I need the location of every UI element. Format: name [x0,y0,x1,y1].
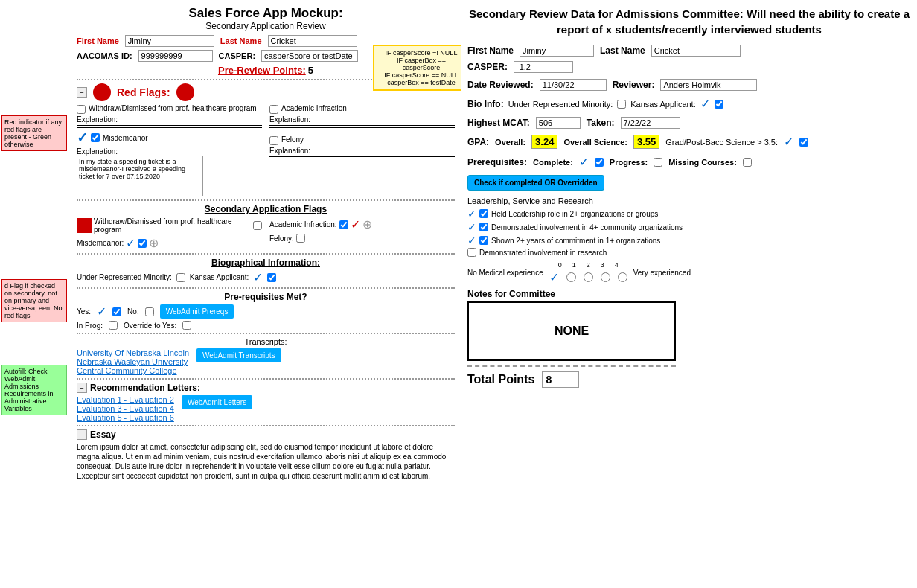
academic2-checkbox[interactable] [339,220,348,229]
date-reviewed-label: Date Reviewed: [467,80,534,90]
slider-3: 3 [601,261,604,269]
nwu-link[interactable]: Nebraska Wasleyan University [77,357,189,366]
webadmit-transcripts-btn[interactable]: WebAdmit Transcripts [196,348,281,362]
missing-checkbox[interactable] [743,158,752,167]
webadmit-letters-btn[interactable]: WebAdmit Letters [182,395,252,409]
bio-info-right-label: Bio Info: [467,99,504,109]
slider-4: 4 [615,261,619,269]
plus-circle-1[interactable]: ⊕ [362,217,372,231]
med-radio-4[interactable] [618,272,627,282]
kansas-checkbox[interactable] [267,273,276,282]
red-flags-title: Red Flags: [117,86,170,98]
under-rep-right-checkbox[interactable] [617,100,626,109]
eval3[interactable]: Evaluation 5 - Evaluation 6 [77,413,174,422]
progress-checkbox[interactable] [654,158,662,167]
kansas-right-label: Kansas Applicant: [630,100,695,109]
explanation-label-3: Explanation: [269,115,455,124]
minus-btn-1[interactable]: − [77,87,87,98]
complete-checkbox[interactable] [595,158,604,167]
science-value: 3.55 [633,135,659,149]
aacomas-label: AACOMAS ID: [77,51,132,60]
right-last-name-input[interactable] [651,45,741,57]
withdraw-checkbox[interactable] [77,105,86,114]
felony-checkbox[interactable] [269,136,278,145]
lead-checkbox-3[interactable] [479,236,488,245]
under-rep-checkbox[interactable] [176,273,185,282]
med-radio-2[interactable] [584,272,593,282]
complete-check: ✓ [579,155,589,169]
left-subtitle: Secondary Application Review [77,21,455,31]
reviewer-input[interactable] [660,79,757,91]
unl-link[interactable]: University Of Nebraska Lincoln [77,348,189,357]
lead-checkbox-1[interactable] [479,209,488,218]
casper-input[interactable] [261,50,358,62]
med-radio-1[interactable] [566,272,576,282]
last-name-input[interactable] [268,35,357,47]
eval2[interactable]: Evaluation 3 - Evaluation 4 [77,404,174,413]
misdemeanor2-label: Misdemeanor: [77,239,124,247]
total-points-input[interactable] [542,371,579,388]
prereq-title: Pre-requisites Met? [77,292,455,302]
lead-checkbox-4[interactable] [467,248,476,257]
rec-letters-title: Recommendation Letters: [90,383,200,393]
ccc-link[interactable]: Central Community College [77,366,189,375]
right-last-name-label: Last Name [600,45,645,56]
first-name-label: First Name [77,36,119,45]
in-prog-checkbox[interactable] [109,321,118,330]
progress-label: Progress: [610,158,648,167]
yes-label: Yes: [77,307,91,316]
gpa-label: GPA: [467,137,489,147]
mcat-input[interactable] [536,117,581,129]
kansas-right-checkbox[interactable] [715,100,723,109]
eval1[interactable]: Evaluation 1 - Evaluation 2 [77,395,174,404]
lead-checkbox-2[interactable] [479,223,488,231]
webadmit-prereqs-btn[interactable]: WebAdmit Prereqs [160,304,234,319]
leadership-title: Leadership, Service and Research [467,196,911,205]
circle-btn[interactable]: ⊕ [149,236,159,250]
lead-item-1: Held Leadership role in 2+ organizations… [491,210,658,218]
misdemeanor-checkbox[interactable] [91,133,100,142]
right-first-name-input[interactable] [520,45,594,57]
aacomas-input[interactable] [138,50,213,62]
no-label: No: [127,307,139,316]
felony2-checkbox[interactable] [296,234,305,243]
taken-input[interactable] [621,117,680,129]
lead-check-3: ✓ [467,234,476,246]
blue-check-misdemeanor: ✓ [77,130,88,146]
right-casper-input[interactable] [514,61,573,73]
date-reviewed-input[interactable] [540,79,607,91]
flag-note: d Flag if checked on secondary, not on p… [1,279,67,322]
med-radio-3[interactable] [601,272,610,282]
override-label: Override to Yes: [124,322,176,330]
under-rep-label-left: Under Represented Minority: [77,273,172,281]
in-prog-label: In Prog: [77,322,103,330]
withdraw-flag: Withdraw/Dismissed from prof. healthcare… [77,104,262,114]
last-name-label: Last Name [220,36,262,45]
total-points-label: Total Points [467,373,534,386]
check-override-btn[interactable]: Check if completed OR Overridden [467,175,604,191]
minus-btn-rec[interactable]: − [77,383,87,393]
academic-infraction-checkbox[interactable] [269,105,278,114]
explanation-label-1: Explanation: [77,115,262,124]
no-checkbox[interactable] [145,307,154,316]
withdraw2-label: Withdraw/Dismissed from prof. healthcare… [94,217,251,234]
slider-0: 0 [558,261,562,269]
bio-info-title: Biographical Information: [77,258,455,268]
casper-label: CASPER: [219,51,256,60]
explanation-label-4: Explanation: [269,147,455,155]
right-title: Secondary Review Data for Admissions Com… [467,6,911,37]
taken-label: Taken: [587,118,615,128]
red-circle-sec [77,218,92,233]
right-casper-label: CASPER: [467,62,508,72]
kansas-label-left: Kansas Applicant: [190,273,249,281]
minus-btn-essay[interactable]: − [77,429,87,440]
explanation-label-2: Explanation: [77,147,262,156]
misdemeanor2-checkbox[interactable] [138,239,147,248]
grad-checkbox[interactable] [799,138,808,147]
first-name-input[interactable] [125,35,214,47]
misdemeanor-label: Misdemeanor [103,134,148,142]
override-checkbox[interactable] [182,321,191,330]
red-circle-2 [176,83,194,101]
yes-checkbox[interactable] [112,307,121,316]
withdraw2-checkbox[interactable] [253,221,262,230]
